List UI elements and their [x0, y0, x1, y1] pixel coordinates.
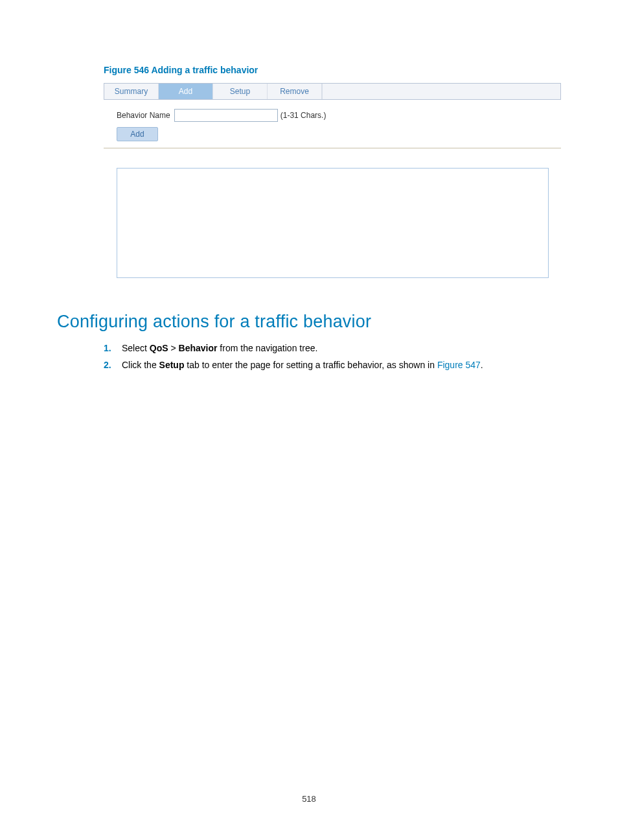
behavior-name-hint: (1-31 Chars.) [280, 111, 326, 120]
tab-setup[interactable]: Setup [213, 84, 268, 99]
text-fragment: > [168, 343, 179, 353]
tab-summary[interactable]: Summary [104, 84, 159, 99]
tab-remove[interactable]: Remove [268, 84, 322, 99]
figure-link[interactable]: Figure 547 [437, 360, 481, 370]
bold-text: QoS [150, 343, 168, 353]
list-text: Select QoS > Behavior from the navigatio… [122, 341, 561, 355]
behavior-name-row: Behavior Name (1-31 Chars.) [117, 109, 548, 122]
tab-bar: Summary Add Setup Remove [104, 83, 561, 100]
behavior-name-label: Behavior Name [117, 111, 170, 120]
list-number: 1. [104, 341, 122, 355]
list-number: 2. [104, 358, 122, 372]
text-fragment: . [481, 360, 483, 370]
list-item: 2. Click the Setup tab to enter the page… [104, 358, 561, 372]
bold-text: Behavior [179, 343, 218, 353]
text-fragment: tab to enter the page for setting a traf… [184, 360, 437, 370]
behavior-name-input[interactable] [174, 109, 278, 122]
text-fragment: Select [122, 343, 150, 353]
form-area: Behavior Name (1-31 Chars.) Add [104, 100, 561, 148]
app-panel: Summary Add Setup Remove Behavior Name (… [104, 83, 561, 278]
text-fragment: Click the [122, 360, 159, 370]
list-item: 1. Select QoS > Behavior from the naviga… [104, 341, 561, 355]
results-panel [117, 168, 549, 278]
add-button[interactable]: Add [117, 127, 158, 141]
list-text: Click the Setup tab to enter the page fo… [122, 358, 561, 372]
page-number: 518 [0, 794, 618, 804]
text-fragment: from the navigation tree. [217, 343, 317, 353]
steps-list: 1. Select QoS > Behavior from the naviga… [104, 341, 561, 373]
tab-filler [322, 84, 560, 99]
section-heading: Configuring actions for a traffic behavi… [57, 312, 561, 332]
bold-text: Setup [159, 360, 185, 370]
tab-add[interactable]: Add [159, 84, 213, 99]
figure-caption: Figure 546 Adding a traffic behavior [104, 65, 561, 75]
